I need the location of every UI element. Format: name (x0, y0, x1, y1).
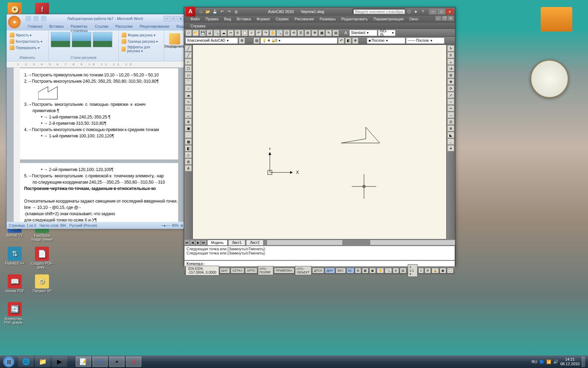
tb-sheet-icon[interactable]: ▦ (318, 30, 325, 36)
tb-cut-icon[interactable]: ✂ (227, 30, 234, 36)
autocad-menu-button[interactable]: A (186, 7, 195, 16)
taskbar-wmp-icon[interactable]: ▶ (52, 356, 67, 367)
chamfer-icon[interactable]: ◣ (447, 132, 454, 138)
toolbar-lock-icon[interactable]: 🔒 (432, 268, 439, 273)
polygon-icon[interactable]: ⬡ (185, 65, 192, 71)
snap-toggle[interactable]: ШАГ (220, 268, 230, 273)
tab-review[interactable]: Рецензирование (136, 23, 173, 30)
calculator-gadget[interactable] (541, 7, 572, 32)
layer-prev-icon[interactable]: ↶ (338, 38, 344, 44)
circle-icon[interactable]: ○ (185, 85, 192, 91)
tab-prev-icon[interactable]: ◀ (190, 240, 195, 245)
minimize-button[interactable]: ─ (163, 16, 170, 21)
rotate-icon[interactable]: ⟳ (447, 85, 454, 91)
redo-icon[interactable]: ↷ (226, 9, 232, 14)
desktop-icon[interactable]: ⇅FlylinkDC++ (2, 247, 27, 273)
menu-view[interactable]: Вид (221, 16, 234, 23)
layer-freeze-icon[interactable]: ❄ (352, 38, 358, 44)
tab-next-icon[interactable]: ▶ (196, 240, 201, 245)
tb-preview-icon[interactable]: 🔍 (214, 30, 220, 36)
ws-settings-icon[interactable]: ⚙ (239, 38, 245, 44)
tray-flag-icon[interactable]: 🔵 (539, 360, 544, 364)
open-icon[interactable]: 📂 (205, 9, 211, 14)
maximize-button[interactable]: □ (170, 16, 177, 21)
tab-insert[interactable]: Вставка (46, 23, 67, 30)
xline-icon[interactable]: ╱ (185, 52, 192, 58)
qp-toggle[interactable]: БС (346, 268, 354, 273)
extend-icon[interactable]: → (447, 112, 454, 118)
office-button[interactable]: ✦ (8, 16, 21, 28)
tb-open-icon[interactable]: 📂 (192, 30, 199, 36)
tab-layout[interactable]: Разметка страницы (67, 23, 91, 30)
linetype-combo[interactable]: ─── Послою (406, 38, 444, 44)
move-icon[interactable]: ✥ (447, 79, 454, 85)
ortho-toggle[interactable]: ОРТО (245, 268, 257, 273)
language-indicator[interactable]: Русский (Россия) (69, 224, 97, 227)
ellipse-icon[interactable]: ⬭ (185, 105, 192, 111)
undo-icon[interactable]: ↶ (219, 9, 225, 14)
doc-close-button[interactable]: ✕ (448, 16, 454, 21)
ruler-horizontal[interactable]: 1 2 3 4 5 6 7 8 9 10 11 12 13 (7, 61, 185, 68)
tb-copy-icon[interactable]: ⎘ (234, 30, 241, 36)
drawing-canvas[interactable]: XY (192, 45, 447, 239)
layer-combo[interactable]: 💡 ❄ 🔓 0 (260, 38, 337, 44)
color-combo[interactable]: ■ Послою (367, 38, 405, 44)
tab-home[interactable]: Главная (24, 23, 46, 30)
document-area[interactable]: 1.→Построить·прямоугольник·по·точкам·10,… (7, 68, 185, 222)
page[interactable]: • → 2-ой·примитив·120,100;·120,105¶ 5.→П… (17, 163, 178, 222)
explode-icon[interactable]: ✦ (447, 145, 454, 151)
region-icon[interactable]: ◇ (185, 152, 192, 158)
otrack-toggle[interactable]: ОТС-ОБЪЕКТ (295, 266, 312, 275)
workspace-combo[interactable]: Классический AutoCAD (186, 38, 238, 44)
tb-match-icon[interactable]: ✓ (248, 30, 255, 36)
tray-volume-icon[interactable]: 🔊 (553, 360, 558, 364)
menu-help[interactable]: Справка (188, 23, 208, 29)
tab-model[interactable]: Модель (207, 240, 227, 246)
qview-dwg-icon[interactable]: ▣ (369, 268, 376, 273)
taskbar-autocad[interactable]: A (126, 356, 141, 367)
menu-tools[interactable]: Сервис (273, 16, 292, 23)
tray-network-icon[interactable]: 📶 (546, 360, 551, 364)
tab-first-icon[interactable]: ⏮ (184, 240, 189, 245)
textstyle-combo[interactable]: Standard (349, 30, 377, 36)
block-icon[interactable]: ▣ (185, 125, 192, 131)
line-icon[interactable]: ╱ (185, 45, 192, 52)
pline-icon[interactable]: ⌐ (185, 59, 192, 65)
tab-last-icon[interactable]: ⏭ (201, 240, 206, 245)
tb-redo-icon[interactable]: ↷ (262, 30, 269, 36)
taskbar-word[interactable]: W (92, 356, 108, 367)
clock-gadget[interactable] (530, 60, 569, 98)
desktop-icon[interactable]: 📄Создать PDF-доку... (30, 247, 54, 273)
word-count[interactable]: Число слов: 984 (40, 224, 66, 227)
tb-tool-icon[interactable]: ⚒ (312, 30, 318, 36)
qat-save-icon[interactable] (26, 16, 31, 21)
lwt-toggle[interactable]: ВЕС (336, 268, 346, 273)
menu-window[interactable]: Окно (406, 16, 421, 23)
menu-format[interactable]: Формат (254, 16, 273, 23)
menu-file[interactable]: Файл (188, 16, 203, 23)
array-icon[interactable]: ⊞ (447, 72, 454, 78)
clean-screen-icon[interactable]: ⛶ (447, 268, 454, 273)
revcloud-icon[interactable]: ☁ (185, 92, 192, 98)
info-icon[interactable]: ⓘ (406, 9, 412, 14)
spline-icon[interactable]: ∿ (185, 98, 192, 105)
show-desktop-button[interactable] (582, 356, 585, 367)
border-button[interactable]: Граница рисунка ▾ (121, 38, 162, 45)
taskbar-cmd[interactable]: ▪ (109, 356, 125, 367)
showhide-icon[interactable]: ▤ (400, 268, 406, 273)
zoom-icon[interactable]: 🔍 (385, 268, 392, 273)
minimize-button[interactable]: ─ (429, 9, 437, 14)
tab-links[interactable]: Ссылки (91, 23, 112, 30)
tb-print-icon[interactable]: 🖨 (206, 30, 213, 36)
contrast-button[interactable]: Контрастность ▾ (9, 38, 46, 45)
effects-button[interactable]: Эффекты для рисунка ▾ (121, 45, 162, 54)
wheel-icon[interactable]: ⊚ (393, 268, 399, 273)
tray-clock[interactable]: 14:21 08.12.2010 (560, 357, 580, 366)
layer-props-icon[interactable]: ▤ (253, 38, 260, 44)
close-button[interactable]: ✕ (446, 9, 454, 14)
tb-zoom-icon[interactable]: 🔍 (276, 30, 283, 36)
anno-vis-icon[interactable]: ⅄ (418, 268, 424, 273)
model-toggle[interactable]: ⊞ (355, 268, 361, 273)
menu-insert[interactable]: Вставка (234, 16, 254, 23)
menu-edit[interactable]: Правка (203, 16, 221, 23)
